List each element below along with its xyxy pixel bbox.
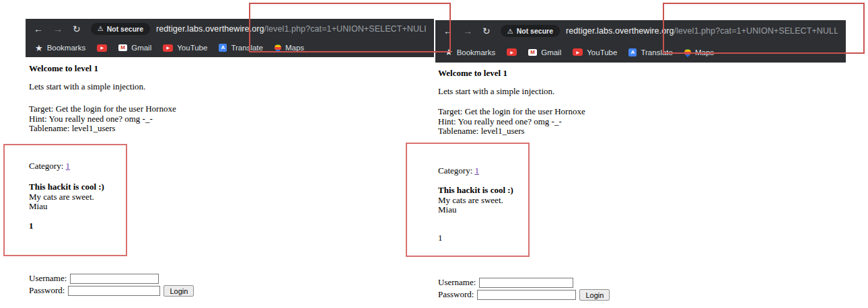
post-body-line: Miau bbox=[438, 205, 846, 215]
url-domain: redtiger.labs.overthewire.org bbox=[566, 26, 674, 36]
reload-icon[interactable]: ↻ bbox=[73, 24, 81, 34]
bookmark-youtube-icon-only[interactable]: ▶ bbox=[507, 48, 517, 56]
echoed-value: 1 bbox=[438, 233, 846, 243]
hint-line: Hint: You really need one? omg -_- bbox=[29, 114, 434, 124]
page-title: Welcome to level 1 bbox=[29, 64, 434, 74]
password-label: Password: bbox=[438, 290, 474, 300]
url-text[interactable]: redtiger.labs.overthewire.org/level1.php… bbox=[156, 24, 426, 34]
post-title: This hackit is cool :) bbox=[29, 182, 434, 192]
bookmarks-bar: ★ Bookmarks ▶ M Gmail ▶ YouTube A Transl… bbox=[435, 42, 846, 63]
username-row: Username: bbox=[29, 274, 434, 284]
page-content: Welcome to level 1 Lets start with a sim… bbox=[26, 64, 434, 297]
gmail-icon: M bbox=[528, 49, 537, 56]
back-icon[interactable]: ← bbox=[443, 26, 453, 36]
browser-window-right: ← → ↻ ⚠ Not secure redtiger.labs.overthe… bbox=[435, 20, 846, 301]
bookmark-translate[interactable]: A Translate bbox=[219, 44, 263, 52]
forward-icon[interactable]: → bbox=[53, 24, 63, 34]
hint-line: Hint: You really need one? omg -_- bbox=[438, 117, 846, 127]
bookmark-gmail[interactable]: M Gmail bbox=[118, 44, 151, 52]
category-row: Category: 1 bbox=[438, 166, 846, 176]
url-domain: redtiger.labs.overthewire.org bbox=[156, 24, 264, 34]
password-row: Password: Login bbox=[438, 289, 846, 301]
translate-icon: A bbox=[628, 48, 637, 56]
post-body-line: My cats are sweet. bbox=[438, 196, 846, 206]
bookmark-maps[interactable]: Maps bbox=[684, 48, 714, 56]
not-secure-label: Not secure bbox=[107, 25, 143, 33]
password-row: Password: Login bbox=[29, 285, 434, 297]
youtube-icon: ▶ bbox=[163, 44, 173, 52]
not-secure-badge[interactable]: ⚠ Not secure bbox=[501, 25, 560, 37]
bookmark-maps[interactable]: Maps bbox=[275, 44, 304, 52]
tablename-line: Tablename: level1_users bbox=[29, 124, 434, 134]
password-input[interactable] bbox=[477, 290, 576, 300]
page-title: Welcome to level 1 bbox=[438, 69, 846, 79]
post-title: This hackit is cool :) bbox=[438, 186, 846, 196]
bookmarks-label: Bookmarks bbox=[47, 44, 86, 52]
forward-icon[interactable]: → bbox=[463, 26, 472, 36]
category-label: Category: bbox=[29, 161, 63, 171]
login-form: Username: Password: Login bbox=[438, 278, 846, 301]
browser-toolbar: ← → ↻ ⚠ Not secure redtiger.labs.overthe… bbox=[435, 20, 846, 42]
not-secure-badge[interactable]: ⚠ Not secure bbox=[91, 23, 150, 35]
bookmarks-label: Bookmarks bbox=[457, 48, 496, 56]
challenge-info: Target: Get the login for the user Horno… bbox=[438, 107, 846, 137]
password-label: Password: bbox=[29, 286, 65, 296]
bookmark-translate[interactable]: A Translate bbox=[628, 48, 673, 56]
page-content: Welcome to level 1 Lets start with a sim… bbox=[435, 69, 846, 301]
youtube-label: YouTube bbox=[587, 48, 617, 56]
maps-pin-icon bbox=[683, 47, 692, 56]
target-line: Target: Get the login for the user Horno… bbox=[438, 107, 846, 117]
translate-label: Translate bbox=[231, 44, 263, 52]
maps-label: Maps bbox=[285, 44, 304, 52]
bookmarks-folder[interactable]: ★ Bookmarks bbox=[35, 44, 85, 52]
username-label: Username: bbox=[438, 278, 476, 288]
bookmark-youtube[interactable]: ▶ YouTube bbox=[163, 44, 207, 52]
youtube-label: YouTube bbox=[177, 44, 207, 52]
username-input[interactable] bbox=[479, 278, 573, 288]
youtube-icon: ▶ bbox=[507, 48, 517, 56]
not-secure-label: Not secure bbox=[517, 27, 553, 35]
url-path: /level1.php?cat=1+UNION+SELECT+NULL,NULL… bbox=[674, 26, 838, 36]
warning-icon: ⚠ bbox=[98, 25, 104, 32]
login-button[interactable]: Login bbox=[579, 289, 610, 301]
youtube-icon: ▶ bbox=[97, 44, 107, 52]
reload-icon[interactable]: ↻ bbox=[482, 26, 491, 36]
category-link[interactable]: 1 bbox=[475, 165, 480, 176]
url-path: /level1.php?cat=1+UNION+SELECT+NULL,NULL… bbox=[264, 24, 426, 34]
translate-label: Translate bbox=[641, 48, 673, 56]
star-icon: ★ bbox=[35, 44, 43, 52]
challenge-info: Target: Get the login for the user Horno… bbox=[29, 104, 434, 134]
maps-pin-icon bbox=[273, 43, 283, 52]
address-bar[interactable]: ⚠ Not secure redtiger.labs.overthewire.o… bbox=[501, 25, 838, 37]
post-body-line: Miau bbox=[29, 202, 434, 212]
gmail-label: Gmail bbox=[131, 44, 151, 52]
post-body-line: My cats are sweet. bbox=[29, 192, 434, 202]
gmail-icon: M bbox=[118, 44, 127, 51]
bookmarks-bar: ★ Bookmarks ▶ M Gmail ▶ YouTube A Transl… bbox=[26, 38, 434, 57]
intro-text: Lets start with a simple injection. bbox=[29, 82, 434, 92]
translate-icon: A bbox=[219, 44, 227, 52]
back-icon[interactable]: ← bbox=[34, 24, 43, 34]
bookmark-gmail[interactable]: M Gmail bbox=[528, 48, 561, 56]
browser-chrome: ← → ↻ ⚠ Not secure redtiger.labs.overthe… bbox=[435, 20, 846, 63]
browser-chrome: ← → ↻ ⚠ Not secure redtiger.labs.overthe… bbox=[26, 19, 434, 57]
category-link[interactable]: 1 bbox=[66, 161, 71, 171]
password-input[interactable] bbox=[68, 286, 160, 296]
bookmark-youtube-icon-only[interactable]: ▶ bbox=[97, 44, 107, 52]
maps-label: Maps bbox=[695, 48, 714, 56]
browser-window-left: ← → ↻ ⚠ Not secure redtiger.labs.overthe… bbox=[26, 19, 434, 297]
login-button[interactable]: Login bbox=[164, 285, 194, 297]
address-bar[interactable]: ⚠ Not secure redtiger.labs.overthewire.o… bbox=[91, 23, 426, 35]
target-line: Target: Get the login for the user Horno… bbox=[29, 104, 434, 114]
tablename-line: Tablename: level1_users bbox=[438, 126, 846, 137]
warning-icon: ⚠ bbox=[507, 28, 513, 35]
gmail-label: Gmail bbox=[541, 48, 561, 56]
intro-text: Lets start with a simple injection. bbox=[438, 87, 846, 97]
username-row: Username: bbox=[438, 278, 846, 288]
echoed-value: 1 bbox=[29, 221, 434, 231]
url-text[interactable]: redtiger.labs.overthewire.org/level1.php… bbox=[566, 26, 838, 36]
bookmark-youtube[interactable]: ▶ YouTube bbox=[573, 48, 617, 56]
youtube-icon: ▶ bbox=[573, 48, 583, 56]
username-input[interactable] bbox=[70, 274, 159, 284]
bookmarks-folder[interactable]: ★ Bookmarks bbox=[445, 48, 495, 56]
